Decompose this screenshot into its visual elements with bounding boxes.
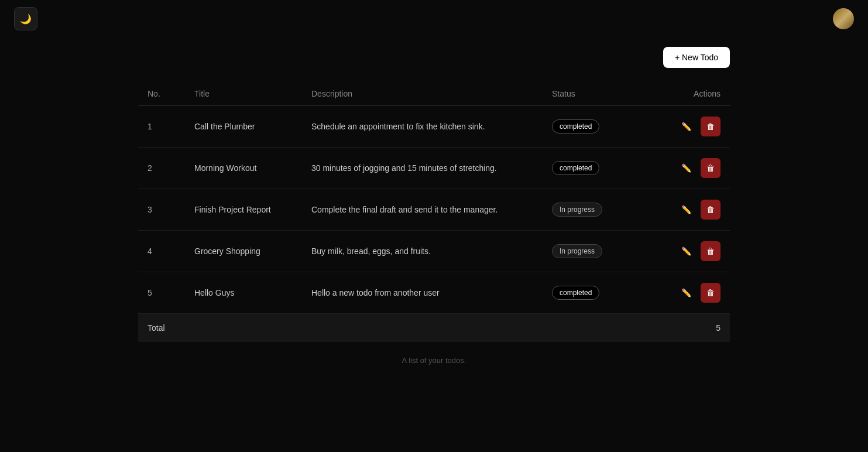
row-actions: ✏️ 🗑: [636, 106, 730, 148]
row-status: completed: [543, 272, 636, 314]
status-badge: In progress: [552, 244, 602, 258]
status-badge: In progress: [552, 203, 602, 217]
col-header-no: No.: [138, 82, 185, 106]
pencil-icon: ✏️: [681, 288, 691, 297]
row-title: Hello Guys: [185, 272, 302, 314]
delete-button[interactable]: 🗑: [701, 283, 721, 303]
delete-button[interactable]: 🗑: [701, 158, 721, 178]
row-description: Buy milk, bread, eggs, and fruits.: [302, 231, 543, 272]
new-todo-button[interactable]: + New Todo: [663, 47, 730, 68]
pencil-icon: ✏️: [681, 163, 691, 173]
pencil-icon: ✏️: [681, 205, 691, 214]
table-row: 1 Call the Plumber Schedule an appointme…: [138, 106, 730, 148]
table-row: 4 Grocery Shopping Buy milk, bread, eggs…: [138, 231, 730, 272]
row-actions: ✏️ 🗑: [636, 272, 730, 314]
status-badge: completed: [552, 119, 599, 133]
status-badge: completed: [552, 161, 599, 175]
row-status: In progress: [543, 231, 636, 272]
row-no: 4: [138, 231, 185, 272]
row-description: Hello a new todo from another user: [302, 272, 543, 314]
row-actions: ✏️ 🗑: [636, 148, 730, 189]
edit-button[interactable]: ✏️: [676, 241, 696, 261]
col-header-status: Status: [543, 82, 636, 106]
status-badge: completed: [552, 286, 599, 300]
main-content: + New Todo No. Title Description Status …: [0, 37, 868, 365]
trash-icon: 🗑: [706, 288, 715, 297]
trash-icon: 🗑: [706, 246, 715, 256]
row-title: Grocery Shopping: [185, 231, 302, 272]
row-title: Finish Project Report: [185, 189, 302, 231]
row-description: Schedule an appointment to fix the kitch…: [302, 106, 543, 148]
pencil-icon: ✏️: [681, 122, 691, 131]
table-row: 3 Finish Project Report Complete the fin…: [138, 189, 730, 231]
delete-button[interactable]: 🗑: [701, 241, 721, 261]
dark-mode-button[interactable]: 🌙: [14, 7, 37, 30]
row-status: completed: [543, 148, 636, 189]
total-row: Total 5: [138, 314, 730, 343]
row-actions: ✏️ 🗑: [636, 231, 730, 272]
row-actions: ✏️ 🗑: [636, 189, 730, 231]
edit-button[interactable]: ✏️: [676, 283, 696, 303]
col-header-description: Description: [302, 82, 543, 106]
edit-button[interactable]: ✏️: [676, 117, 696, 136]
topbar: 🌙: [0, 0, 868, 37]
row-no: 5: [138, 272, 185, 314]
row-status: In progress: [543, 189, 636, 231]
row-description: 30 minutes of jogging and 15 minutes of …: [302, 148, 543, 189]
row-no: 3: [138, 189, 185, 231]
avatar[interactable]: [833, 8, 854, 29]
delete-button[interactable]: 🗑: [701, 117, 721, 136]
col-header-actions: Actions: [636, 82, 730, 106]
pencil-icon: ✏️: [681, 246, 691, 256]
todo-table: No. Title Description Status Actions 1 C…: [138, 82, 730, 342]
edit-button[interactable]: ✏️: [676, 200, 696, 220]
row-no: 1: [138, 106, 185, 148]
trash-icon: 🗑: [706, 205, 715, 214]
row-title: Morning Workout: [185, 148, 302, 189]
table-row: 2 Morning Workout 30 minutes of jogging …: [138, 148, 730, 189]
row-description: Complete the final draft and send it to …: [302, 189, 543, 231]
avatar-image: [833, 8, 854, 29]
table-row: 5 Hello Guys Hello a new todo from anoth…: [138, 272, 730, 314]
trash-icon: 🗑: [706, 163, 715, 173]
total-label: Total: [138, 314, 636, 343]
table-header-row: No. Title Description Status Actions: [138, 82, 730, 106]
delete-button[interactable]: 🗑: [701, 200, 721, 220]
row-status: completed: [543, 106, 636, 148]
col-header-title: Title: [185, 82, 302, 106]
header-row: + New Todo: [138, 47, 730, 68]
edit-button[interactable]: ✏️: [676, 158, 696, 178]
row-no: 2: [138, 148, 185, 189]
moon-icon: 🌙: [20, 13, 32, 25]
total-count: 5: [636, 314, 730, 343]
footer-text: A list of your todos.: [138, 356, 730, 365]
trash-icon: 🗑: [706, 122, 715, 131]
row-title: Call the Plumber: [185, 106, 302, 148]
